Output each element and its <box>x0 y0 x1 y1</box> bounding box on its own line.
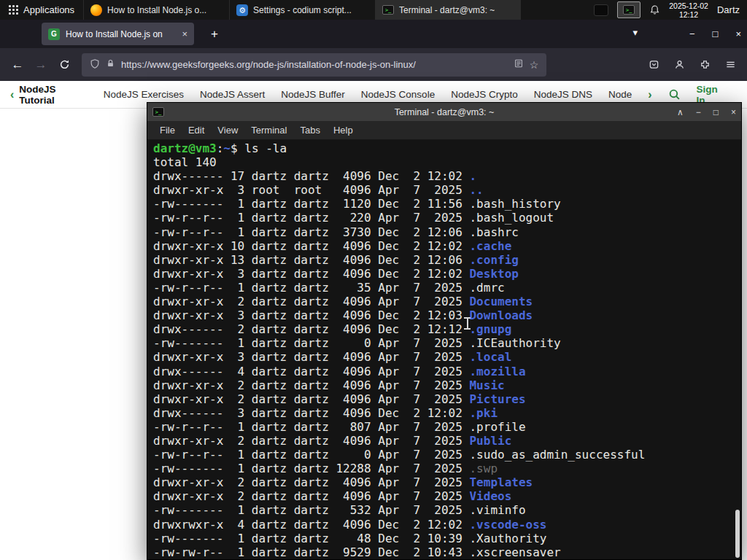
extensions-icon[interactable] <box>695 55 714 74</box>
terminal-total-line: total 140 <box>153 155 741 169</box>
terminal-title: Terminal - dartz@vm3: ~ <box>147 107 741 117</box>
tray-terminal-icon[interactable]: >_ <box>617 1 640 18</box>
mouse-cursor <box>464 317 471 330</box>
taskbar-window-firefox[interactable]: How to Install Node.js o... <box>83 0 229 20</box>
terminal-close-button[interactable]: × <box>731 107 736 117</box>
row-filename: Videos <box>469 489 511 503</box>
row-meta: drwxr-xr-x 3 dartz dartz 4096 Dec 2 12:0… <box>153 308 469 322</box>
back-button[interactable]: ← <box>6 53 29 77</box>
terminal-minimize-button[interactable]: − <box>696 107 701 117</box>
forward-button[interactable]: → <box>29 53 53 77</box>
row-meta: drwxr-xr-x 3 root root 4096 Apr 7 2025 <box>153 183 469 197</box>
reload-button[interactable] <box>53 53 76 77</box>
bookmark-star-icon[interactable]: ☆ <box>530 59 539 71</box>
prompt-user-host: dartz@vm3 <box>153 141 217 155</box>
nav-item-node[interactable]: Node <box>608 89 632 100</box>
row-meta: drwxr-xr-x 2 dartz dartz 4096 Apr 7 2025 <box>153 295 469 308</box>
terminal-scrollbar-thumb[interactable] <box>735 510 740 558</box>
row-filename: .swp <box>469 462 498 475</box>
row-meta: drwxrwxr-x 4 dartz dartz 4096 Dec 2 12:0… <box>153 518 469 532</box>
taskbar-window-title: Terminal - dartz@vm3: ~ <box>399 5 495 15</box>
new-tab-button[interactable]: + <box>206 26 223 43</box>
nav-item-nodejs-assert[interactable]: NodeJS Assert <box>200 89 265 100</box>
row-filename: .bashrc <box>469 225 518 239</box>
prompt-symbol: $ <box>231 141 244 155</box>
taskbar-window-settings[interactable]: ⚙ Settings - codium script... <box>229 0 375 20</box>
menu-file[interactable]: File <box>153 125 182 136</box>
terminal-command: ls -la <box>244 141 287 155</box>
row-filename: .mozilla <box>469 365 525 378</box>
terminal-icon: >_ <box>152 107 164 117</box>
browser-minimize-button[interactable]: − <box>689 28 695 39</box>
row-filename: Templates <box>469 475 533 489</box>
row-filename: .local <box>469 350 511 364</box>
row-meta: -rw------- 1 dartz dartz 0 Apr 7 2025 <box>153 336 469 350</box>
terminal-row: -rw-r--r-- 1 dartz dartz 807 Apr 7 2025 … <box>153 420 741 434</box>
terminal-row: -rw-r--r-- 1 dartz dartz 3730 Dec 2 12:0… <box>153 225 741 239</box>
row-filename: Desktop <box>469 267 518 281</box>
menu-help[interactable]: Help <box>327 125 360 136</box>
lock-icon[interactable] <box>106 58 115 71</box>
row-meta: drwx------ 4 dartz dartz 4096 Apr 7 2025 <box>153 365 469 378</box>
terminal-titlebar[interactable]: >_ Terminal - dartz@vm3: ~ ∧ − □ × <box>147 103 741 121</box>
browser-maximize-button[interactable]: □ <box>713 28 719 39</box>
terminal-prompt-line: dartz@vm3:~$ ls -la <box>153 141 741 155</box>
row-meta: -rw-r--r-- 1 dartz dartz 35 Apr 7 2025 <box>153 281 469 295</box>
terminal-row: -rw-r--r-- 1 dartz dartz 35 Apr 7 2025 .… <box>153 281 741 295</box>
shield-icon[interactable] <box>90 58 100 71</box>
row-meta: drwxr-xr-x 10 dartz dartz 4096 Dec 2 12:… <box>153 239 469 253</box>
account-icon[interactable] <box>670 55 689 74</box>
clock-time: 12:12 <box>669 10 708 19</box>
taskbar-window-terminal[interactable]: >_ Terminal - dartz@vm3: ~ <box>375 0 521 20</box>
terminal-row: -rw------- 1 dartz dartz 532 Apr 7 2025 … <box>153 503 741 517</box>
nav-item-nodejs-dns[interactable]: NodeJS DNS <box>534 89 592 100</box>
chevron-right-icon[interactable]: › <box>648 88 651 101</box>
row-filename: Pictures <box>469 392 525 406</box>
reader-mode-icon[interactable] <box>514 58 524 71</box>
row-meta: -rw-r--r-- 1 dartz dartz 3730 Dec 2 12:0… <box>153 225 469 239</box>
row-filename: .bash_logout <box>469 211 554 225</box>
menu-tabs[interactable]: Tabs <box>293 125 326 136</box>
terminal-listing: drwx------ 17 dartz dartz 4096 Dec 2 12:… <box>153 169 741 559</box>
nav-item-nodejs-tutorial[interactable]: ‹ NodeJS Tutorial <box>10 84 88 106</box>
pocket-icon[interactable] <box>644 55 663 74</box>
list-all-tabs-icon[interactable]: ▾ <box>632 27 638 38</box>
row-meta: drwx------ 3 dartz dartz 4096 Dec 2 12:0… <box>153 406 469 420</box>
menu-terminal[interactable]: Terminal <box>244 125 293 136</box>
menu-view[interactable]: View <box>211 125 244 136</box>
terminal-row: drwxr-xr-x 2 dartz dartz 4096 Apr 7 2025… <box>153 434 741 448</box>
row-meta: -rw------- 1 dartz dartz 1120 Dec 2 11:5… <box>153 197 469 211</box>
row-filename: Public <box>469 434 511 448</box>
terminal-row: drwxrwxr-x 4 dartz dartz 4096 Dec 2 12:0… <box>153 518 741 532</box>
browser-close-button[interactable]: × <box>735 28 741 39</box>
menu-hamburger-icon[interactable] <box>721 55 740 74</box>
row-filename: Music <box>469 378 504 392</box>
nav-item-nodejs-buffer[interactable]: NodeJS Buffer <box>281 89 345 100</box>
row-meta: drwxr-xr-x 3 dartz dartz 4096 Dec 2 12:0… <box>153 267 469 281</box>
browser-tab[interactable]: G How to Install Node.js on × <box>42 23 194 45</box>
search-icon[interactable] <box>668 88 681 101</box>
terminal-row: -rw------- 1 dartz dartz 48 Dec 2 10:39 … <box>153 532 741 545</box>
row-filename: .gnupg <box>469 322 511 336</box>
terminal-body[interactable]: dartz@vm3:~$ ls -la total 140 drwx------… <box>147 140 741 559</box>
row-filename: Downloads <box>469 308 533 322</box>
nav-item-nodejs-console[interactable]: NodeJS Console <box>361 89 435 100</box>
terminal-row: drwx------ 4 dartz dartz 4096 Apr 7 2025… <box>153 365 741 378</box>
tray-icon[interactable] <box>594 4 608 16</box>
tab-close-icon[interactable]: × <box>182 28 187 39</box>
panel-clock[interactable]: 2025-12-02 12:12 <box>669 1 708 19</box>
user-label[interactable]: Dartz <box>717 4 740 15</box>
terminal-shade-button[interactable]: ∧ <box>677 107 684 117</box>
taskbar-window-title: How to Install Node.js o... <box>107 5 206 15</box>
tab-favicon: G <box>48 28 60 40</box>
row-filename: .dmrc <box>469 281 504 295</box>
terminal-maximize-button[interactable]: □ <box>713 107 719 117</box>
row-meta: drwx------ 2 dartz dartz 4096 Dec 2 12:1… <box>153 322 469 336</box>
url-bar[interactable]: https://www.geeksforgeeks.org/node-js/in… <box>82 53 546 77</box>
row-meta: -rw-rw-r-- 1 dartz dartz 9529 Dec 2 10:4… <box>153 545 469 559</box>
applications-menu-button[interactable]: Applications <box>0 0 83 20</box>
menu-edit[interactable]: Edit <box>182 125 211 136</box>
nav-item-nodejs-crypto[interactable]: NodeJS Crypto <box>451 89 518 100</box>
nav-item-nodejs-exercises[interactable]: NodeJS Exercises <box>104 89 184 100</box>
notification-bell-icon[interactable] <box>649 4 660 15</box>
